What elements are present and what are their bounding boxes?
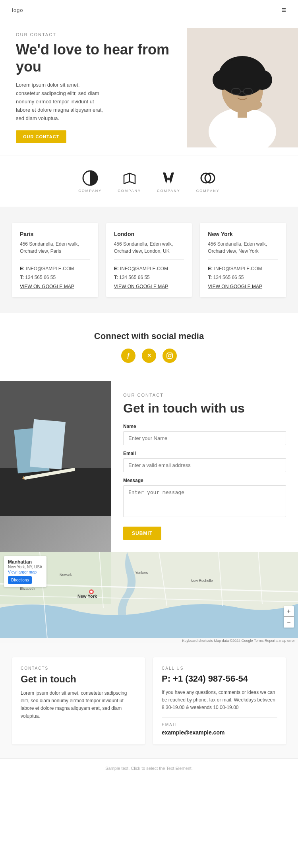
submit-button[interactable]: SUBMIT [123, 527, 161, 540]
email-section-label: EMAIL [162, 723, 277, 727]
office-city-london: London [114, 231, 184, 237]
svg-text:Newark: Newark [60, 573, 72, 577]
twitter-x-icon[interactable]: ✕ [142, 349, 156, 363]
logo-icon-3 [160, 169, 177, 187]
email-form-group: Email [123, 451, 286, 472]
map-zoom-out-button[interactable]: − [284, 617, 294, 628]
office-divider-london [114, 260, 184, 260]
svg-point-43 [90, 591, 93, 593]
form-section-label: OUR CONTACT [123, 393, 286, 397]
call-card: CALL US P: +1 (324) 987-56-54 If you hav… [153, 657, 286, 744]
office-address-london: 456 Sondanella, Eden walk, Orchard view,… [114, 240, 184, 255]
map-overlay-card: Manhattan New York, NY, USA View larger … [4, 556, 46, 587]
map-footer-text: Keyboard shortcuts Map data ©2024 Google… [182, 639, 295, 643]
contacts-card-label: CONTACTS [21, 666, 136, 670]
logo-icon-1 [81, 169, 99, 187]
hero-content: OUR CONTACT We'd love to hear from you L… [16, 20, 187, 155]
contacts-card-desc: Lorem ipsum dolor sit amet, consetetur s… [21, 690, 136, 720]
logo-item-1: COMPANY [78, 169, 102, 193]
email-label: Email [123, 451, 286, 456]
svg-rect-23 [0, 468, 111, 516]
menu-icon[interactable]: ≡ [281, 6, 286, 15]
logo: logo [12, 7, 23, 13]
contact-form-image [0, 381, 111, 552]
hero-title: We'd love to hear from you [16, 41, 179, 75]
svg-point-21 [171, 354, 172, 355]
name-form-group: Name [123, 424, 286, 445]
logo-icon-2 [121, 169, 138, 187]
hero-person-illustration [187, 28, 298, 147]
footer-text: Sample text. Click to select the Text El… [105, 766, 193, 771]
call-description: If you have any questions, comments or i… [162, 689, 277, 712]
office-map-link-paris[interactable]: VIEW ON GOOGLE MAP [20, 284, 90, 289]
email-input[interactable] [123, 458, 286, 472]
contact-form-section: OUR CONTACT Get in touch with us Name Em… [0, 381, 298, 552]
page-footer: Sample text. Click to select the Text El… [0, 758, 298, 777]
social-section: Connect with social media f ✕ [0, 313, 298, 381]
svg-rect-25 [30, 419, 66, 469]
map-background: New York Yonkers New Rochelle Newark Eli… [0, 552, 298, 643]
svg-point-7 [233, 89, 240, 93]
bottom-contacts-section: CONTACTS Get in touch Lorem ipsum dolor … [0, 643, 298, 758]
office-map-link-newyork[interactable]: VIEW ON GOOGLE MAP [208, 284, 278, 289]
svg-point-6 [221, 59, 264, 87]
contacts-card-title: Get in touch [21, 674, 136, 685]
call-card-label: CALL US [162, 666, 277, 670]
map-zoom-in-button[interactable]: + [284, 606, 294, 616]
logo-item-2: COMPANY [118, 169, 141, 193]
office-address-newyork: 456 Sondanella, Eden walk, Orchard view,… [208, 240, 278, 255]
svg-point-20 [168, 354, 171, 357]
hero-contact-button[interactable]: OUR CONTACT [16, 130, 66, 143]
office-contact-paris: E: INFO@SAMPLE.COM T: 134 565 66 55 [20, 265, 90, 282]
svg-text:Yonkers: Yonkers [135, 571, 148, 575]
contact-form-area: OUR CONTACT Get in touch with us Name Em… [111, 381, 298, 552]
call-divider [162, 717, 277, 718]
contact-image-illustration [0, 381, 111, 516]
name-label: Name [123, 424, 286, 429]
map-location: Manhattan [8, 559, 32, 565]
map-view-link[interactable]: View larger map [8, 570, 43, 574]
office-divider-newyork [208, 260, 278, 260]
social-icons-group: f ✕ [12, 349, 286, 363]
form-section-title: Get in touch with us [123, 401, 286, 416]
map-section: New York Yonkers New Rochelle Newark Eli… [0, 552, 298, 643]
svg-rect-19 [167, 353, 172, 358]
logo-icon-4 [199, 169, 217, 187]
office-address-paris: 456 Sondanella, Eden walk, Orchard view,… [20, 240, 90, 255]
contacts-card: CONTACTS Get in touch Lorem ipsum dolor … [12, 657, 145, 744]
office-card-paris: Paris 456 Sondanella, Eden walk, Orchard… [12, 223, 98, 297]
message-label: Message [123, 478, 286, 483]
email-value: example@example.com [162, 729, 277, 736]
office-divider-paris [20, 260, 90, 260]
map-footer: Keyboard shortcuts Map data ©2024 Google… [0, 638, 298, 643]
map-sublocation: New York, NY, USA [8, 565, 43, 569]
logo-name-4: COMPANY [196, 189, 220, 193]
map-directions-button[interactable]: Directions [8, 576, 32, 584]
office-card-newyork: New York 456 Sondanella, Eden walk, Orch… [200, 223, 286, 297]
office-map-link-london[interactable]: VIEW ON GOOGLE MAP [114, 284, 184, 289]
office-city-paris: Paris [20, 231, 90, 237]
facebook-icon[interactable]: f [121, 349, 135, 363]
message-textarea[interactable] [123, 485, 286, 517]
call-number: P: +1 (324) 987-56-54 [162, 674, 277, 684]
svg-rect-12 [238, 108, 247, 118]
message-form-group: Message [123, 478, 286, 519]
hero-description: Lorem ipsum dolor sit amet, consetetur s… [16, 81, 103, 122]
logo-name-2: COMPANY [118, 189, 141, 193]
office-card-london: London 456 Sondanella, Eden walk, Orchar… [106, 223, 192, 297]
logo-item-3: COMPANY [157, 169, 180, 193]
name-input[interactable] [123, 431, 286, 445]
offices-grid: Paris 456 Sondanella, Eden walk, Orchard… [12, 223, 286, 297]
hero-image [187, 28, 298, 147]
logos-section: COMPANY COMPANY COMPANY COMPANY [0, 155, 298, 207]
svg-point-8 [245, 89, 252, 93]
hero-label: OUR CONTACT [16, 32, 179, 37]
logo-name-3: COMPANY [157, 189, 180, 193]
svg-text:New York: New York [77, 594, 97, 599]
instagram-icon[interactable] [163, 349, 177, 363]
logo-name-1: COMPANY [78, 189, 102, 193]
offices-section: Paris 456 Sondanella, Eden walk, Orchard… [0, 207, 298, 313]
office-contact-london: E: INFO@SAMPLE.COM T: 134 565 66 55 [114, 265, 184, 282]
logo-item-4: COMPANY [196, 169, 220, 193]
office-city-newyork: New York [208, 231, 278, 237]
